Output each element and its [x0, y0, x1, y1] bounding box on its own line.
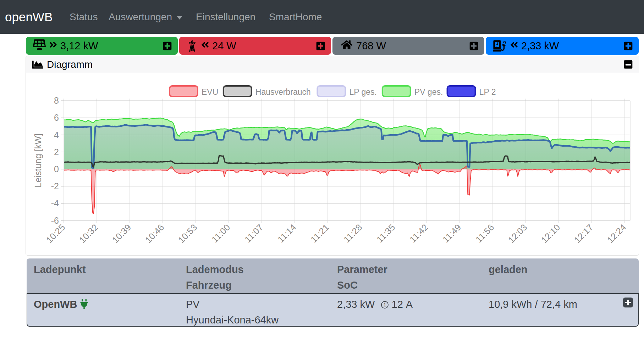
- svg-text:1: 1: [383, 302, 386, 307]
- svg-text:11:14: 11:14: [276, 222, 298, 245]
- svg-text:Hausverbrauch: Hausverbrauch: [255, 87, 311, 97]
- svg-text:10:53: 10:53: [176, 222, 199, 245]
- svg-text:4: 4: [54, 130, 59, 140]
- svg-text:EVU: EVU: [202, 87, 218, 97]
- svg-text:11:21: 11:21: [309, 222, 331, 245]
- svg-text:11:00: 11:00: [210, 222, 232, 245]
- svg-text:11:28: 11:28: [342, 222, 364, 245]
- svg-text:11:56: 11:56: [474, 222, 496, 245]
- svg-text:12:24: 12:24: [605, 222, 628, 245]
- svg-text:10:39: 10:39: [110, 222, 133, 245]
- svg-text:12:17: 12:17: [572, 222, 595, 245]
- svg-text:10:46: 10:46: [143, 222, 166, 245]
- svg-text:2: 2: [54, 147, 59, 157]
- svg-text:11:49: 11:49: [441, 222, 463, 245]
- svg-text:-4: -4: [51, 198, 59, 208]
- svg-text:Leistung [kW]: Leistung [kW]: [33, 133, 43, 187]
- svg-text:-6: -6: [51, 216, 59, 225]
- svg-text:12:03: 12:03: [506, 222, 529, 245]
- svg-text:11:35: 11:35: [375, 222, 397, 245]
- svg-text:11:07: 11:07: [243, 222, 265, 245]
- svg-text:LP 2: LP 2: [479, 87, 496, 97]
- svg-text:8: 8: [54, 96, 59, 105]
- svg-text:-2: -2: [51, 181, 59, 191]
- svg-text:11:42: 11:42: [408, 222, 430, 245]
- svg-text:10:32: 10:32: [77, 222, 100, 245]
- svg-text:PV ges.: PV ges.: [414, 87, 443, 97]
- svg-text:LP ges.: LP ges.: [349, 87, 377, 97]
- svg-text:12:10: 12:10: [539, 222, 562, 245]
- svg-text:0: 0: [54, 164, 59, 174]
- svg-text:10:25: 10:25: [44, 222, 67, 245]
- svg-text:6: 6: [54, 113, 59, 122]
